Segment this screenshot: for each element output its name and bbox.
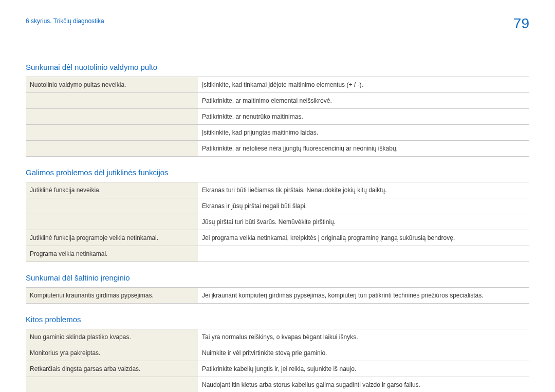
table-source: Kompiuteriui kraunantis girdimas pypsėji… bbox=[26, 287, 529, 304]
problem-cell: Retkarčiais dingsta garsas arba vaizdas. bbox=[26, 361, 198, 377]
problem-cell bbox=[26, 198, 198, 214]
problem-cell bbox=[26, 141, 198, 157]
solution-cell: Įsitikinkite, kad prijungtas maitinimo l… bbox=[198, 125, 529, 141]
problem-cell bbox=[26, 125, 198, 141]
table-row: Nuotolinio valdymo pultas neveikia. Įsit… bbox=[26, 77, 529, 93]
table-other: Nuo gaminio sklinda plastiko kvapas. Tai… bbox=[26, 329, 529, 392]
solution-cell: Patikrinkite, ar maitinimo elementai nei… bbox=[198, 93, 529, 109]
section-title-other: Kitos problemos bbox=[26, 315, 529, 324]
solution-cell: Jūsų pirštai turi būti švarūs. Nemūvėkit… bbox=[198, 214, 529, 230]
problem-cell bbox=[26, 377, 198, 393]
solution-cell: Patikrinkite kabelių jungtis ir, jei rei… bbox=[198, 361, 529, 377]
table-remote: Nuotolinio valdymo pultas neveikia. Įsit… bbox=[26, 77, 529, 157]
table-row: Nuo gaminio sklinda plastiko kvapas. Tai… bbox=[26, 329, 529, 345]
table-row: Monitorius yra pakreiptas. Nuimkite ir v… bbox=[26, 345, 529, 361]
table-row: Programa veikia netinkamai. bbox=[26, 246, 529, 262]
problem-cell: Kompiuteriui kraunantis girdimas pypsėji… bbox=[26, 288, 198, 304]
table-row: Jutiklinė funkcija programoje veikia net… bbox=[26, 230, 529, 246]
solution-cell: Ekranas ir jūsų pirštai negali būti šlap… bbox=[198, 198, 529, 214]
section-title-remote: Sunkumai dėl nuotolinio valdymo pulto bbox=[26, 63, 529, 71]
table-touch: Jutiklinė funkcija neveikia. Ekranas tur… bbox=[26, 182, 529, 262]
table-row: Retkarčiais dingsta garsas arba vaizdas.… bbox=[26, 361, 529, 377]
manual-page: 6 skyrius. Trikčių diagnostika 79 Sunkum… bbox=[0, 0, 555, 392]
solution-cell: Nuimkite ir vėl pritvirtinkite stovą pri… bbox=[198, 345, 529, 361]
problem-cell bbox=[26, 93, 198, 109]
table-row: Patikrinkite, ar netoliese nėra įjungtų … bbox=[26, 141, 529, 157]
problem-cell: Monitorius yra pakreiptas. bbox=[26, 345, 198, 361]
page-number: 79 bbox=[513, 15, 529, 32]
problem-cell: Jutiklinė funkcija programoje veikia net… bbox=[26, 230, 198, 246]
problem-cell: Nuo gaminio sklinda plastiko kvapas. bbox=[26, 329, 198, 345]
table-row: Įsitikinkite, kad prijungtas maitinimo l… bbox=[26, 125, 529, 141]
solution-cell bbox=[198, 246, 529, 262]
solution-cell: Patikrinkite, ar nenutrūko maitinimas. bbox=[198, 109, 529, 125]
table-row: Naudojant itin kietus arba storus kabeli… bbox=[26, 377, 529, 393]
solution-cell: Jei įkraunant kompiuterį girdimas pypsėj… bbox=[198, 288, 529, 304]
table-row: Jūsų pirštai turi būti švarūs. Nemūvėkit… bbox=[26, 214, 529, 230]
problem-cell: Programa veikia netinkamai. bbox=[26, 246, 198, 262]
solution-cell: Tai yra normalus reiškinys, o kvapas bėg… bbox=[198, 329, 529, 345]
page-header: 6 skyrius. Trikčių diagnostika 79 bbox=[26, 17, 529, 32]
breadcrumb: 6 skyrius. Trikčių diagnostika bbox=[26, 17, 104, 25]
problem-cell bbox=[26, 109, 198, 125]
table-row: Ekranas ir jūsų pirštai negali būti šlap… bbox=[26, 198, 529, 214]
problem-cell: Nuotolinio valdymo pultas neveikia. bbox=[26, 77, 198, 93]
section-title-source: Sunkumai dėl šaltinio įrenginio bbox=[26, 273, 529, 282]
section-title-touch: Galimos problemos dėl jutiklinės funkcij… bbox=[26, 168, 529, 177]
problem-cell bbox=[26, 214, 198, 230]
solution-cell: Jei programa veikia netinkamai, kreipkit… bbox=[198, 230, 529, 246]
solution-cell: Įsitikinkite, kad tinkamai įdėjote maiti… bbox=[198, 77, 529, 93]
table-row: Kompiuteriui kraunantis girdimas pypsėji… bbox=[26, 288, 529, 304]
table-row: Patikrinkite, ar nenutrūko maitinimas. bbox=[26, 109, 529, 125]
solution-cell: Patikrinkite, ar netoliese nėra įjungtų … bbox=[198, 141, 529, 157]
solution-cell: Naudojant itin kietus arba storus kabeli… bbox=[198, 377, 529, 393]
solution-cell: Ekranas turi būti liečiamas tik pirštais… bbox=[198, 182, 529, 198]
table-row: Jutiklinė funkcija neveikia. Ekranas tur… bbox=[26, 182, 529, 198]
table-row: Patikrinkite, ar maitinimo elementai nei… bbox=[26, 93, 529, 109]
problem-cell: Jutiklinė funkcija neveikia. bbox=[26, 182, 198, 198]
